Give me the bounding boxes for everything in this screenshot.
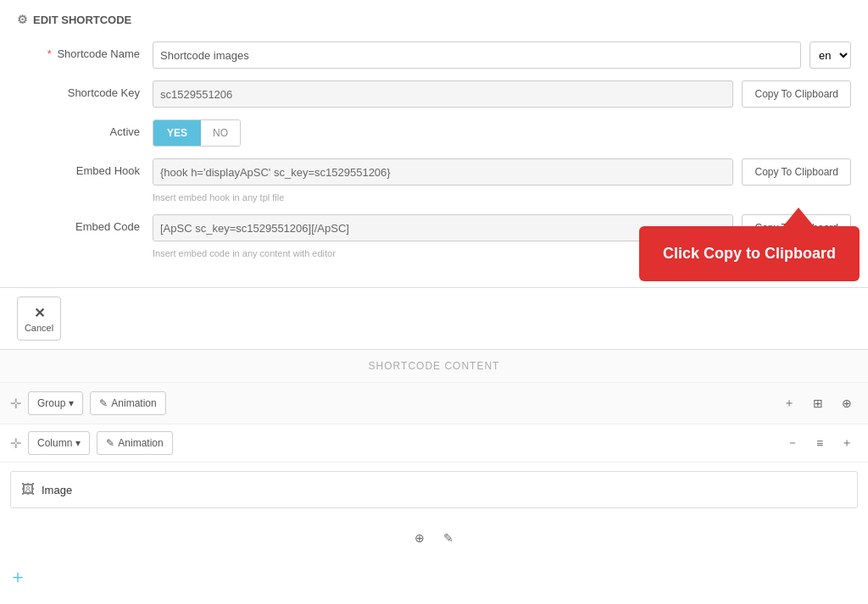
cancel-label: Cancel [25,323,53,333]
group-animation-button[interactable]: ✎ Animation [90,391,165,415]
group-toolbar: ✛ Group ▾ ✎ Animation ＋ ⊞ ⊕ [0,383,868,424]
add-icon-button[interactable]: ＋ [778,392,800,414]
group-button[interactable]: Group ▾ [28,391,83,415]
shortcode-name-row: * Shortcode Name en [17,42,851,69]
group-toolbar-left: ✛ Group ▾ ✎ Animation [10,391,166,415]
group-toolbar-right: ＋ ⊞ ⊕ [778,392,858,414]
section-title: ⚙ EDIT SHORTCODE [17,13,851,26]
shortcode-key-input-area: Copy To Clipboard [153,80,851,108]
group-drag-handle[interactable]: ✛ [10,396,21,412]
pencil-edit-button[interactable]: ✎ [437,527,459,549]
tooltip-text: Click Copy to Clipboard [663,245,836,262]
pencil2-icon: ✎ [106,437,114,449]
image-block: 🖼 Image [10,471,858,508]
content-section: SHORTCODE CONTENT ✛ Group ▾ ✎ Animation … [0,350,868,595]
bottom-plus-area: ＋ [0,559,868,595]
image-icon: 🖼 [21,482,35,497]
required-star: * [47,47,52,60]
cancel-button[interactable]: ✕ Cancel [17,296,61,341]
content-header: SHORTCODE CONTENT [0,350,868,383]
toggle-no-button[interactable]: NO [201,120,240,146]
tooltip-box: Click Copy to Clipboard [639,226,860,281]
lines-icon-button[interactable]: ≡ [809,432,831,454]
tooltip-overlay: Click Copy to Clipboard [639,208,860,281]
toggle-wrapper: YES NO [153,119,241,147]
tooltip-arrow [783,208,814,226]
gear-icon: ⚙ [17,13,28,26]
circle-plus-icon-button[interactable]: ⊕ [836,392,858,414]
shortcode-key-input[interactable] [153,80,733,108]
language-select[interactable]: en [810,42,851,69]
shortcode-key-row: Shortcode Key Copy To Clipboard [17,80,851,108]
image-label: Image [42,484,72,496]
embed-hook-input[interactable] [153,158,733,186]
copy-hook-button[interactable]: Copy To Clipboard [742,158,851,186]
column-toolbar-right: － ≡ ＋ [782,432,858,454]
column-add-icon-button[interactable]: ＋ [836,432,858,454]
shortcode-name-label: * Shortcode Name [17,42,153,60]
embed-hook-input-area: Copy To Clipboard [153,158,851,186]
column-toolbar-left: ✛ Column ▾ ✎ Animation [10,431,173,455]
copy-key-button[interactable]: Copy To Clipboard [742,80,851,108]
group-chevron-icon: ▾ [69,397,74,409]
embed-hook-row: Embed Hook Copy To Clipboard Insert embe… [17,158,851,202]
column-button[interactable]: Column ▾ [28,431,90,455]
column-toolbar: ✛ Column ▾ ✎ Animation － ≡ ＋ [0,424,868,463]
column-drag-handle[interactable]: ✛ [10,435,21,452]
page-title: EDIT SHORTCODE [33,14,131,26]
cancel-area: ✕ Cancel [0,288,868,350]
embed-hook-label: Embed Hook [17,158,153,177]
x-icon: ✕ [34,305,45,321]
add-icons-row: ⊕ ✎ [10,527,858,549]
active-label: Active [17,119,153,138]
bottom-add-area: ⊕ ✎ [0,517,868,559]
embed-code-label: Embed Code [17,214,153,233]
bottom-plus-button[interactable]: ＋ [7,566,29,588]
embed-hook-hint: Insert embed hook in any tpl file [153,192,851,202]
active-row: Active YES NO [17,119,851,147]
shortcode-key-label: Shortcode Key [17,80,153,99]
minus-icon-button[interactable]: － [782,432,804,454]
toggle-switch: YES NO [153,119,241,147]
grid-icon-button[interactable]: ⊞ [807,392,829,414]
settings-plus-button[interactable]: ⊕ [409,527,431,549]
pencil-icon: ✎ [99,397,108,409]
shortcode-name-input[interactable] [153,42,801,69]
shortcode-name-input-area: en [153,42,851,69]
column-chevron-icon: ▾ [75,437,81,449]
column-animation-button[interactable]: ✎ Animation [97,431,172,455]
active-toggle-area: YES NO [153,119,851,147]
toggle-yes-button[interactable]: YES [153,120,201,146]
